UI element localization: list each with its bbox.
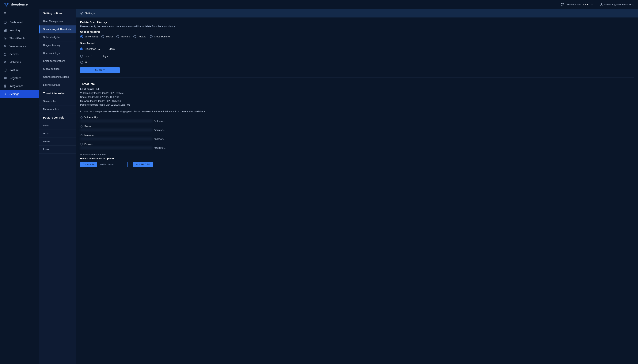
refresh-icon[interactable] [560, 3, 564, 6]
shield-icon [80, 143, 83, 146]
divider [596, 2, 596, 7]
radio-unchecked-icon [150, 35, 152, 38]
upload-icon [136, 164, 138, 166]
feed-url-redacted [80, 120, 152, 122]
divider [80, 78, 634, 78]
nav-label: Malwares [10, 60, 21, 64]
nav-item-malwares[interactable]: Malwares [0, 58, 39, 66]
dashboard-icon [4, 20, 7, 24]
subnav-item-connection-instructions[interactable]: Connection instructions [39, 73, 76, 81]
nav-label: Secrets [10, 52, 18, 56]
feed-url-tail[interactable]: /posture/... [154, 146, 166, 149]
nav-label: ThreatGraph [10, 37, 24, 40]
nav-item-integrations[interactable]: Integrations [0, 82, 39, 90]
page-title: Settings [85, 12, 95, 15]
nav-item-vulnerabilities[interactable]: Vulnerabilities [0, 42, 39, 50]
refresh-value: 5 min [583, 3, 589, 6]
gear-icon [4, 92, 7, 96]
last-input[interactable] [91, 54, 101, 58]
nav-item-inventory[interactable]: Inventory [0, 26, 39, 34]
radio-checked-icon [80, 35, 83, 38]
period-last-radio[interactable]: Last [80, 55, 89, 58]
resource-radio-posture[interactable]: Posture [134, 35, 146, 38]
feed-timestamp: Vulnerability feeds: Jan 22 2025 8:35:52 [80, 91, 634, 95]
sidebar-toggle[interactable] [0, 9, 39, 18]
inventory-icon [4, 28, 7, 32]
resource-radio-vulnerability[interactable]: Vulnerability [80, 35, 98, 38]
chevron-down-icon [632, 4, 634, 6]
subnav-item-secret-rules[interactable]: Secret rules [39, 98, 76, 106]
resource-radio-malware[interactable]: Malware [116, 35, 130, 38]
shield-icon [4, 68, 7, 72]
svg-rect-7 [4, 30, 5, 32]
radio-unchecked-icon [134, 35, 136, 38]
subnav-item-email-configurations[interactable]: Email configurations [39, 57, 76, 65]
submit-button[interactable]: SUBMIT [80, 67, 120, 73]
nav-label: Posture [10, 68, 18, 72]
subnav-item-user-management[interactable]: User Management [39, 18, 76, 26]
nav-item-secrets[interactable]: Secrets [0, 50, 39, 58]
svg-rect-15 [4, 78, 6, 78]
malware-icon [4, 60, 7, 64]
feed-url-redacted [80, 128, 152, 132]
nav-label: Dashboard [10, 21, 22, 24]
nav-label: Integrations [10, 84, 23, 88]
nav-item-settings[interactable]: Settings [0, 90, 39, 98]
refresh-data-selector[interactable]: Refresh data 5 min [567, 3, 593, 6]
feed-download-vulnerability: Vulnerability/vulnerab... [80, 116, 634, 122]
lock-icon [80, 125, 83, 128]
subnav-item-diagnostics-logs[interactable]: Diagnostics logs [39, 42, 76, 50]
user-icon [600, 3, 603, 6]
vuln-scan-feeds-heading: Vulnerability scan feeds [80, 153, 634, 156]
delete-history-title: Delete Scan History [80, 20, 634, 24]
subnav-item-gcp[interactable]: GCP [39, 130, 76, 138]
threat-intel-title: Threat intel [80, 82, 634, 86]
svg-point-10 [4, 37, 6, 39]
svg-rect-12 [4, 54, 6, 56]
svg-rect-20 [81, 126, 82, 127]
nav-label: Inventory [10, 29, 20, 32]
nav-item-dashboard[interactable]: Dashboard [0, 18, 39, 26]
feed-timestamp: Malware feeds: Jan 22 2025 16:57:02 [80, 99, 634, 103]
subnav-item-scheduled-jobs[interactable]: Scheduled jobs [39, 34, 76, 42]
nav-item-posture[interactable]: Posture [0, 66, 39, 74]
subnav-item-linux[interactable]: Linux [39, 146, 76, 154]
subnav-item-user-audit-logs[interactable]: User audit logs [39, 50, 76, 57]
feed-url-tail[interactable]: /secret/s... [154, 128, 165, 132]
subnav-item-malware-rules[interactable]: Malware rules [39, 106, 76, 114]
deepfence-logo-icon [4, 2, 9, 7]
choose-file-button[interactable]: Choose file [80, 162, 97, 167]
nav-item-threatgraph[interactable]: ThreatGraph [0, 34, 39, 42]
svg-rect-5 [4, 29, 5, 30]
user-menu[interactable]: ramanan@deepfence.io [600, 3, 634, 6]
svg-point-0 [601, 4, 602, 4]
feed-url-tail[interactable]: /vulnerab... [154, 120, 166, 122]
feed-download-posture: Posture/posture/... [80, 143, 634, 149]
subnav-item-aws[interactable]: AWS [39, 122, 76, 130]
feed-url-redacted [80, 146, 152, 149]
svg-rect-14 [4, 77, 6, 78]
subnav-group-header: Threat intel rules [39, 89, 76, 98]
period-all-radio[interactable]: All [80, 61, 87, 64]
resource-radio-secret[interactable]: Secret [101, 35, 113, 38]
delete-history-desc: Please specify the resource and duration… [80, 25, 634, 28]
subnav-item-scan-history-threat-intel[interactable]: Scan history & Threat intel [39, 26, 76, 34]
nav-item-registries[interactable]: Registries [0, 74, 39, 82]
older-than-input[interactable] [98, 46, 108, 51]
subnav-item-license-details[interactable]: License Details [39, 81, 76, 89]
subnav-item-azure[interactable]: Azure [39, 138, 76, 146]
feed-url-tail[interactable]: /malwar... [154, 138, 164, 140]
resource-radio-cloud-posture[interactable]: Cloud Posture [150, 35, 170, 38]
brand-name: deepfence [11, 2, 28, 6]
lock-icon [4, 52, 7, 56]
upload-button[interactable]: UPLOAD [133, 162, 153, 167]
brand-logo[interactable]: deepfence [4, 2, 28, 7]
period-older-than-radio[interactable]: Older than [80, 48, 96, 50]
subnav-item-global-settings[interactable]: Global settings [39, 65, 76, 73]
hamburger-icon [4, 12, 6, 15]
svg-point-9 [5, 38, 6, 39]
nav-label: Registries [10, 76, 21, 80]
feed-url-redacted [80, 137, 152, 140]
nav-label: Settings [10, 92, 19, 96]
file-picker[interactable]: Choose file No file chosen [80, 162, 128, 167]
